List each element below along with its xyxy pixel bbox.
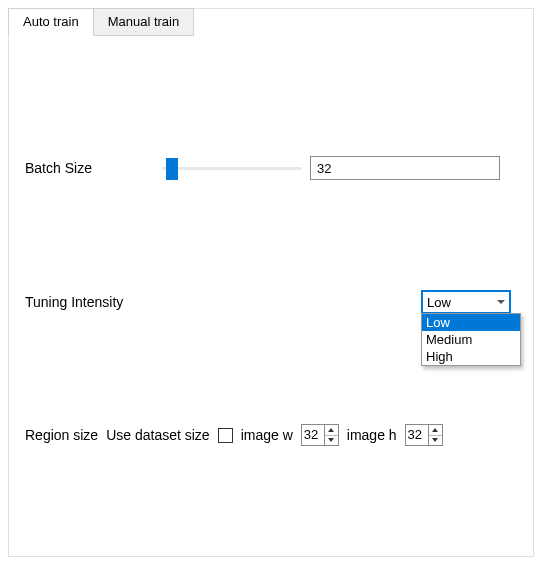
arrow-down-icon <box>432 438 438 442</box>
image-w-up[interactable] <box>325 425 338 435</box>
image-h-spinner[interactable]: 32 <box>405 424 443 446</box>
dropdown-item-low[interactable]: Low <box>422 314 520 331</box>
settings-panel: Auto train Manual train Batch Size Tunin… <box>8 8 534 557</box>
arrow-down-icon <box>328 438 334 442</box>
image-w-value[interactable]: 32 <box>302 425 324 445</box>
batch-size-slider[interactable] <box>162 158 302 178</box>
image-h-up[interactable] <box>429 425 442 435</box>
region-size-label: Region size <box>25 427 98 443</box>
batch-size-row: Batch Size <box>25 156 517 180</box>
image-h-label: image h <box>347 427 397 443</box>
region-size-row: Region size Use dataset size image w 32 … <box>25 424 517 446</box>
dropdown-item-medium[interactable]: Medium <box>422 331 520 348</box>
tuning-intensity-dropdown[interactable]: Low Low Medium High <box>421 290 511 314</box>
arrow-up-icon <box>328 428 334 432</box>
slider-thumb[interactable] <box>166 158 178 180</box>
tuning-intensity-row: Tuning Intensity Low Low Medium High <box>25 290 517 314</box>
dropdown-button[interactable]: Low <box>421 290 511 314</box>
tab-auto-train[interactable]: Auto train <box>8 8 94 36</box>
dropdown-selected-text: Low <box>427 295 451 310</box>
batch-size-label: Batch Size <box>25 160 92 176</box>
batch-size-input[interactable] <box>310 156 500 180</box>
dropdown-list: Low Medium High <box>421 313 521 366</box>
tab-strip: Auto train Manual train <box>8 8 533 36</box>
tab-manual-train[interactable]: Manual train <box>93 8 195 36</box>
tab-content: Batch Size Tuning Intensity Low Low Medi… <box>9 36 533 466</box>
chevron-down-icon <box>497 300 505 304</box>
image-w-label: image w <box>241 427 293 443</box>
tuning-intensity-label: Tuning Intensity <box>25 294 123 310</box>
arrow-up-icon <box>432 428 438 432</box>
image-w-spinner[interactable]: 32 <box>301 424 339 446</box>
dropdown-item-high[interactable]: High <box>422 348 520 365</box>
image-w-down[interactable] <box>325 435 338 446</box>
use-dataset-size-label: Use dataset size <box>106 427 210 443</box>
use-dataset-size-checkbox[interactable] <box>218 428 233 443</box>
slider-track <box>162 167 302 170</box>
image-w-arrows <box>324 425 338 445</box>
image-h-down[interactable] <box>429 435 442 446</box>
image-h-arrows <box>428 425 442 445</box>
image-h-value[interactable]: 32 <box>406 425 428 445</box>
